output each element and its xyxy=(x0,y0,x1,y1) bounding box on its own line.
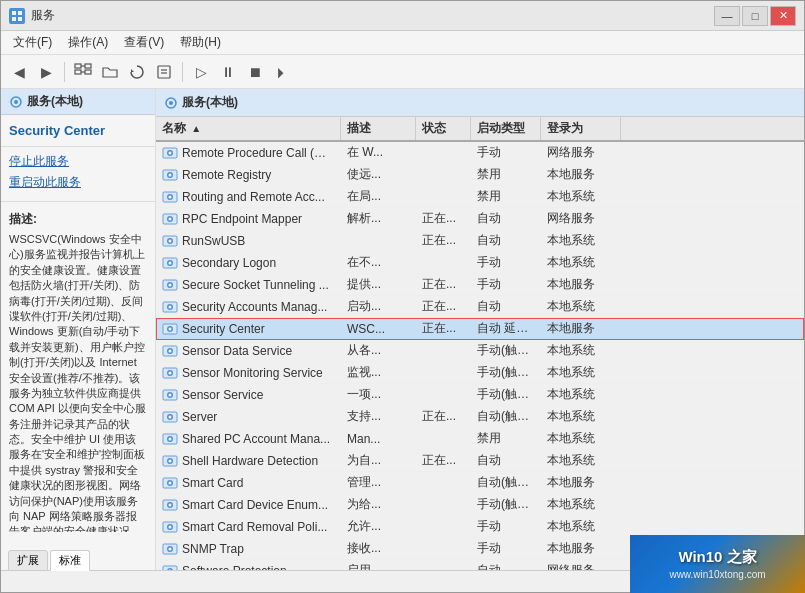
td-service-startup: 手动 xyxy=(471,142,541,163)
td-service-status xyxy=(416,151,471,155)
table-row[interactable]: Security Center WSC... 正在... 自动 延迟... 本地… xyxy=(156,318,804,340)
table-row[interactable]: RunSwUSB 正在... 自动 本地系统 xyxy=(156,230,804,252)
table-row[interactable]: Smart Card Device Enum... 为给... 手动(触发...… xyxy=(156,494,804,516)
table-row[interactable]: Shell Hardware Detection 为自... 正在... 自动 … xyxy=(156,450,804,472)
svg-rect-7 xyxy=(85,64,91,68)
stop-service-link[interactable]: 停止此服务 xyxy=(9,153,147,170)
td-service-login: 本地系统 xyxy=(541,450,621,471)
sidebar: 服务(本地) Security Center 停止此服务 重启动此服务 描述: … xyxy=(1,89,156,570)
td-service-startup: 手动(触发... xyxy=(471,494,541,515)
sidebar-desc-title: 描述: xyxy=(9,210,147,228)
service-table[interactable]: 名称 ▲ 描述 状态 启动类型 登录为 xyxy=(156,117,804,570)
td-service-login: 网络服务 xyxy=(541,142,621,163)
table-row[interactable]: Secure Socket Tunneling ... 提供... 正在... … xyxy=(156,274,804,296)
td-service-startup: 手动(触发... xyxy=(471,384,541,405)
table-row[interactable]: Secondary Logon 在不... 手动 本地系统 xyxy=(156,252,804,274)
refresh-button[interactable] xyxy=(125,60,149,84)
td-service-login: 本地服务 xyxy=(541,318,621,339)
svg-point-17 xyxy=(169,101,173,105)
td-service-login: 本地服务 xyxy=(541,538,621,559)
td-service-login: 网络服务 xyxy=(541,560,621,570)
td-service-login: 网络服务 xyxy=(541,208,621,229)
folder-button[interactable] xyxy=(98,60,122,84)
svg-point-38 xyxy=(169,283,172,286)
props-button[interactable] xyxy=(152,60,176,84)
forward-button[interactable]: ▶ xyxy=(34,60,58,84)
td-service-status xyxy=(416,503,471,507)
td-service-status xyxy=(416,525,471,529)
td-service-login: 本地系统 xyxy=(541,406,621,427)
title-bar: 服务 — □ ✕ xyxy=(1,1,804,31)
back-button[interactable]: ◀ xyxy=(7,60,31,84)
td-service-startup: 手动 xyxy=(471,274,541,295)
tree-icon-button[interactable] xyxy=(71,60,95,84)
td-service-login: 本地系统 xyxy=(541,494,621,515)
svg-point-26 xyxy=(169,195,172,198)
watermark-sub: www.win10xtong.com xyxy=(669,569,765,580)
td-service-status: 正在... xyxy=(416,406,471,427)
minimize-button[interactable]: — xyxy=(714,6,740,26)
tab-expand[interactable]: 扩展 xyxy=(8,550,48,570)
menu-help[interactable]: 帮助(H) xyxy=(172,32,229,53)
td-service-startup: 禁用 xyxy=(471,428,541,449)
td-service-status xyxy=(416,173,471,177)
sidebar-header-label: 服务(本地) xyxy=(27,93,83,110)
menu-action[interactable]: 操作(A) xyxy=(60,32,116,53)
table-row[interactable]: Remote Procedure Call (… 在 W... 手动 网络服务 xyxy=(156,142,804,164)
menu-view[interactable]: 查看(V) xyxy=(116,32,172,53)
table-row[interactable]: Shared PC Account Mana... Man... 禁用 本地系统 xyxy=(156,428,804,450)
td-service-login: 本地系统 xyxy=(541,384,621,405)
td-service-status: 正在... xyxy=(416,230,471,251)
svg-rect-0 xyxy=(12,11,16,15)
table-row[interactable]: Server 支持... 正在... 自动(触发... 本地系统 xyxy=(156,406,804,428)
right-panel: 服务(本地) 名称 ▲ 描述 状态 启动类型 xyxy=(156,89,804,570)
td-service-desc: 为给... xyxy=(341,494,416,515)
play-button[interactable]: ▷ xyxy=(189,60,213,84)
td-service-startup: 自动 xyxy=(471,296,541,317)
close-button[interactable]: ✕ xyxy=(770,6,796,26)
maximize-button[interactable]: □ xyxy=(742,6,768,26)
menu-file[interactable]: 文件(F) xyxy=(5,32,60,53)
td-service-name: RunSwUSB xyxy=(156,231,341,251)
td-service-name: Shell Hardware Detection xyxy=(156,451,341,471)
pause-button[interactable]: ⏸ xyxy=(216,60,240,84)
td-service-login: 本地系统 xyxy=(541,252,621,273)
table-row[interactable]: Security Accounts Manag... 启动... 正在... 自… xyxy=(156,296,804,318)
table-row[interactable]: RPC Endpoint Mapper 解析... 正在... 自动 网络服务 xyxy=(156,208,804,230)
td-service-status: 正在... xyxy=(416,274,471,295)
td-service-login: 本地系统 xyxy=(541,230,621,251)
svg-point-59 xyxy=(169,437,172,440)
td-service-desc: 提供... xyxy=(341,274,416,295)
td-service-name: Remote Registry xyxy=(156,165,341,185)
col-header-status[interactable]: 状态 xyxy=(416,117,471,140)
td-service-desc: 为自... xyxy=(341,450,416,471)
restart-service-link[interactable]: 重启动此服务 xyxy=(9,174,147,191)
stop-button[interactable]: ⏹ xyxy=(243,60,267,84)
svg-rect-2 xyxy=(12,17,16,21)
table-row[interactable]: Sensor Monitoring Service 监视... 手动(触发...… xyxy=(156,362,804,384)
col-header-name[interactable]: 名称 ▲ xyxy=(156,117,341,140)
col-header-startup[interactable]: 启动类型 xyxy=(471,117,541,140)
svg-point-15 xyxy=(14,100,18,104)
col-header-desc[interactable]: 描述 xyxy=(341,117,416,140)
svg-point-71 xyxy=(169,525,172,528)
table-row[interactable]: Routing and Remote Acc... 在局... 禁用 本地系统 xyxy=(156,186,804,208)
td-service-login: 本地系统 xyxy=(541,362,621,383)
td-service-startup: 手动 xyxy=(471,538,541,559)
svg-point-47 xyxy=(169,349,172,352)
td-service-name: Smart Card xyxy=(156,473,341,493)
tab-standard[interactable]: 标准 xyxy=(50,550,90,570)
col-header-login[interactable]: 登录为 xyxy=(541,117,621,140)
svg-point-74 xyxy=(169,547,172,550)
table-row[interactable]: Smart Card 管理... 自动(触发... 本地服务 xyxy=(156,472,804,494)
services-icon xyxy=(9,95,23,109)
td-service-desc: 在 W... xyxy=(341,142,416,163)
sort-arrow-name: ▲ xyxy=(191,123,201,134)
table-row[interactable]: Sensor Service 一项... 手动(触发... 本地系统 xyxy=(156,384,804,406)
td-service-login: 本地服务 xyxy=(541,274,621,295)
table-row[interactable]: Sensor Data Service 从各... 手动(触发... 本地系统 xyxy=(156,340,804,362)
td-service-startup: 自动 xyxy=(471,560,541,570)
restart-button[interactable]: ⏵ xyxy=(270,60,294,84)
td-service-name: RPC Endpoint Mapper xyxy=(156,209,341,229)
table-row[interactable]: Remote Registry 使远... 禁用 本地服务 xyxy=(156,164,804,186)
